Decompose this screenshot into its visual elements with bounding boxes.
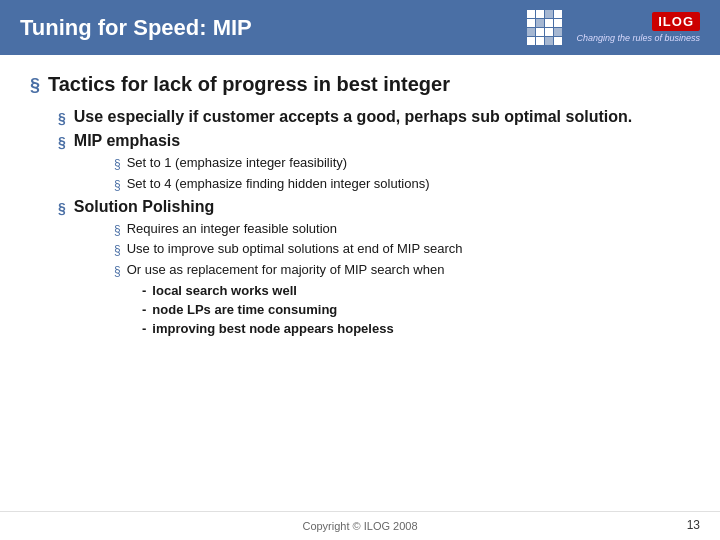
dash-item: - local search works well <box>142 282 690 300</box>
sub2-items: § Set to 1 (emphasize integer feasibilit… <box>114 154 690 194</box>
ilog-logo: ILOG <box>652 12 700 31</box>
header-subtitle: Changing the rules of business <box>576 33 700 43</box>
sub3-bullet-icon: § <box>58 200 66 216</box>
dash-icon: - <box>142 301 146 319</box>
subsection-3-title: § Solution Polishing <box>58 198 690 216</box>
dash-icon: - <box>142 282 146 300</box>
dash-item: - improving best node appears hopeless <box>142 320 690 338</box>
subsection-3: § Solution Polishing § Requires an integ… <box>58 198 690 341</box>
bullet-icon: § <box>114 222 121 239</box>
sub1-bullet-icon: § <box>58 110 66 126</box>
page-number: 13 <box>687 518 700 532</box>
dash-text: improving best node appears hopeless <box>152 320 393 338</box>
copyright-text: Copyright © ILOG 2008 <box>302 520 417 532</box>
dash-text: node LPs are time consuming <box>152 301 337 319</box>
slide-content: § Tactics for lack of progress in best i… <box>0 55 720 511</box>
dash-icon: - <box>142 320 146 338</box>
slide-title: Tuning for Speed: MIP <box>20 15 252 41</box>
bullet-icon: § <box>114 242 121 259</box>
list-item: § Set to 1 (emphasize integer feasibilit… <box>114 154 690 173</box>
dash-items: - local search works well - node LPs are… <box>142 282 690 339</box>
slide-footer: Copyright © ILOG 2008 13 <box>0 511 720 540</box>
list-item: § Use to improve sub optimal solutions a… <box>114 240 690 259</box>
list-item: § Or use as replacement for majority of … <box>114 261 690 280</box>
slide: Tuning for Speed: MIP ILOG Changing the … <box>0 0 720 540</box>
subsection-1-title: § Use especially if customer accepts a g… <box>58 108 690 126</box>
dash-text: local search works well <box>152 282 297 300</box>
bullet-icon: § <box>114 156 121 173</box>
item-text: Requires an integer feasible solution <box>127 220 337 238</box>
subsection-2: § MIP emphasis § Set to 1 (emphasize int… <box>58 132 690 196</box>
dash-item: - node LPs are time consuming <box>142 301 690 319</box>
sub2-label: MIP emphasis <box>74 132 180 150</box>
section-title-text: Tactics for lack of progress in best int… <box>48 73 450 96</box>
sub3-label: Solution Polishing <box>74 198 214 216</box>
sub3-items: § Requires an integer feasible solution … <box>114 220 690 339</box>
item-text: Use to improve sub optimal solutions at … <box>127 240 463 258</box>
slide-header: Tuning for Speed: MIP ILOG Changing the … <box>0 0 720 55</box>
item-text: Set to 1 (emphasize integer feasibility) <box>127 154 347 172</box>
sub1-text: Use especially if customer accepts a goo… <box>74 108 632 126</box>
subsection-2-title: § MIP emphasis <box>58 132 690 150</box>
list-item: § Requires an integer feasible solution <box>114 220 690 239</box>
bullet-icon: § <box>114 177 121 194</box>
section-bullet-icon: § <box>30 75 40 96</box>
bullet-icon: § <box>114 263 121 280</box>
item-text: Or use as replacement for majority of MI… <box>127 261 445 279</box>
item-text: Set to 4 (emphasize finding hidden integ… <box>127 175 430 193</box>
subsection-1: § Use especially if customer accepts a g… <box>58 108 690 130</box>
logo-area: ILOG Changing the rules of business <box>527 10 700 45</box>
logo-grid-icon <box>527 10 562 45</box>
main-section-title: § Tactics for lack of progress in best i… <box>30 73 690 96</box>
sub2-bullet-icon: § <box>58 134 66 150</box>
list-item: § Set to 4 (emphasize finding hidden int… <box>114 175 690 194</box>
